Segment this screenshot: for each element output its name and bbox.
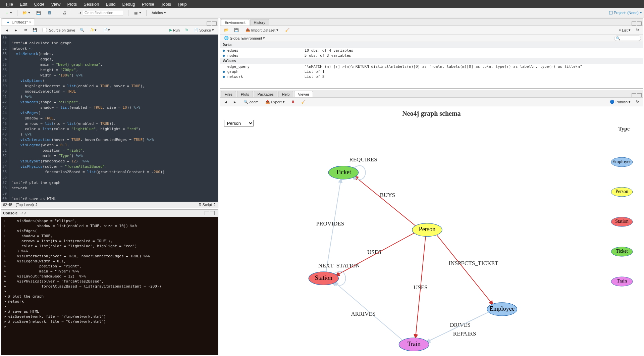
import-dataset-button[interactable]: 📥 Import Dataset ▾ xyxy=(244,27,280,33)
edge[interactable] xyxy=(426,311,490,342)
back-button[interactable]: ◄ xyxy=(3,28,11,33)
menu-file[interactable]: File xyxy=(3,1,16,7)
maximize-button[interactable] xyxy=(637,21,642,26)
minimize-button[interactable] xyxy=(205,211,209,215)
node-ticket[interactable]: Ticket xyxy=(328,166,358,179)
grid-button[interactable]: ▦▾ xyxy=(131,9,144,16)
clear-button[interactable]: 🧹 xyxy=(299,99,308,105)
minimize-button[interactable] xyxy=(632,21,636,26)
source-tabs: ● Untitled1* × xyxy=(1,18,218,26)
source-button[interactable]: 📄 Source ▾ xyxy=(192,27,216,33)
scope-selector[interactable]: 🌐 Global Environment ▾ xyxy=(222,35,267,41)
env-row[interactable]: ●networkList of 8 xyxy=(220,74,643,79)
edge-label: REQUIRES xyxy=(349,156,377,163)
env-row[interactable]: ●edges10 obs. of 4 variables xyxy=(220,48,643,53)
run-button[interactable]: ▶ Run xyxy=(167,27,182,33)
tab-environment[interactable]: Environment xyxy=(221,19,249,26)
menu-profile[interactable]: Profile xyxy=(139,1,158,7)
find-button[interactable]: 🔍 xyxy=(78,27,87,33)
menu-help[interactable]: Help xyxy=(174,1,190,7)
refresh-button[interactable]: ↻ xyxy=(634,99,641,105)
menu-edit[interactable]: Edit xyxy=(16,1,31,7)
menu-plots[interactable]: Plots xyxy=(64,1,80,7)
tab-help[interactable]: Help xyxy=(278,91,293,97)
save-button[interactable]: 💾 xyxy=(34,9,43,16)
env-row[interactable]: ●graphList of 1 xyxy=(220,69,643,74)
minimize-button[interactable] xyxy=(632,93,636,97)
env-row[interactable]: edge_query"\nMATCH (n)-[r]->(m)\nRETURN … xyxy=(220,64,643,69)
edge[interactable] xyxy=(354,176,416,226)
edge-label: NEXT_STATION xyxy=(318,262,360,269)
tab-viewer[interactable]: Viewer xyxy=(294,91,313,97)
node-person[interactable]: Person xyxy=(412,223,442,236)
maximize-button[interactable] xyxy=(210,211,215,215)
env-search-input[interactable] xyxy=(614,36,641,41)
view-toggle[interactable]: ≡ List ▾ xyxy=(616,27,633,33)
save-ws-button[interactable]: 💾 xyxy=(232,27,241,33)
export-button[interactable]: 📤 Export ▾ xyxy=(263,99,287,105)
menu-build[interactable]: Build xyxy=(103,1,119,7)
close-icon[interactable]: × xyxy=(29,20,31,24)
menu-view[interactable]: View xyxy=(48,1,64,7)
env-row[interactable]: ●nodes5 obs. of 3 variables xyxy=(220,53,643,58)
scope-selector[interactable]: (Top Level) ⇕ xyxy=(16,203,38,207)
source-on-save-checkbox[interactable] xyxy=(43,28,47,32)
lang-selector[interactable]: R Script ⇕ xyxy=(199,203,216,207)
wand-button[interactable]: ✨▾ xyxy=(88,27,99,33)
menu-debug[interactable]: Debug xyxy=(119,1,139,7)
global-toolbar: ＋▾ 📂▾ 💾 🗄 🖨 ➜ ▦▾ Addins ▾ Project: (None… xyxy=(0,8,644,17)
open-button[interactable]: 📂▾ xyxy=(20,9,33,16)
maximize-button[interactable] xyxy=(212,21,217,26)
tab-plots[interactable]: Plots xyxy=(237,91,253,97)
graph-canvas[interactable]: BUYSREQUIRESPROVIDESUSESNEXT_STATIONINSP… xyxy=(220,119,643,355)
node-station[interactable]: Station xyxy=(309,272,338,285)
environment-list: Data●edges10 obs. of 4 variables●nodes5 … xyxy=(220,42,643,88)
tab-files[interactable]: Files xyxy=(221,91,236,97)
menu-tools[interactable]: Tools xyxy=(158,1,174,7)
zoom-button[interactable]: 🔍 Zoom xyxy=(241,99,261,105)
edge[interactable] xyxy=(436,234,493,305)
rerun-button[interactable]: ↻ xyxy=(183,27,190,33)
svg-text:Employee: Employee xyxy=(612,159,632,164)
console-path-icon[interactable]: ⇗ xyxy=(23,211,26,215)
fwd-button[interactable]: ► xyxy=(12,28,20,33)
edge-label: INSPECTS_TICKET xyxy=(448,260,498,266)
clear-button[interactable]: 🧹 xyxy=(283,27,292,33)
print-button[interactable]: 🖨 xyxy=(60,9,69,16)
new-file-button[interactable]: ＋▾ xyxy=(2,9,14,16)
goto-input[interactable] xyxy=(83,10,123,15)
menu-session[interactable]: Session xyxy=(80,1,102,7)
node-employee[interactable]: Employee xyxy=(487,303,517,316)
node-select[interactable]: Person xyxy=(224,120,254,127)
menu-code[interactable]: Code xyxy=(31,1,48,7)
source-toolbar: ◄ ► ⧉ 💾 Source on Save 🔍 ✨▾ 📄▾ ▶ Run ↻ xyxy=(1,26,218,35)
save-src-button[interactable]: 💾 xyxy=(31,27,39,33)
node-train[interactable]: Train xyxy=(399,338,429,351)
goto-button[interactable]: ➜ xyxy=(75,9,125,16)
refresh-button[interactable]: ↻ xyxy=(634,27,641,33)
addins-button[interactable]: Addins ▾ xyxy=(149,9,168,16)
svg-text:Station: Station xyxy=(615,219,629,224)
edge-label: USES xyxy=(414,284,428,291)
source-tab[interactable]: ● Untitled1* × xyxy=(2,18,35,26)
save-all-button[interactable]: 🗄 xyxy=(45,9,54,16)
maximize-button[interactable] xyxy=(637,93,642,97)
remove-button[interactable]: ✖ xyxy=(289,99,297,105)
fwd-button[interactable]: ► xyxy=(231,99,239,105)
source-editor[interactable]: 3031323334353637383940414243444546474849… xyxy=(1,35,218,202)
back-button[interactable]: ◄ xyxy=(222,99,230,105)
edge-label: USES xyxy=(367,249,381,255)
tab-history[interactable]: History xyxy=(250,19,269,26)
edge-label: DRIVES xyxy=(450,322,471,328)
svg-text:Train: Train xyxy=(617,278,627,284)
load-ws-button[interactable]: 📂 xyxy=(222,27,231,33)
editor-status-bar: 62:45 (Top Level) ⇕ R Script ⇕ xyxy=(1,202,218,208)
publish-button[interactable]: 🔵 Publish ▾ xyxy=(608,99,633,105)
project-menu[interactable]: Project: (None) ▾ xyxy=(609,10,642,15)
console[interactable]: + visNodes(shape = "ellipse", + shadow =… xyxy=(1,217,218,355)
show-in-new-button[interactable]: ⧉ xyxy=(22,27,29,33)
tab-packages[interactable]: Packages xyxy=(254,91,277,97)
viewer-body[interactable]: Neo4j graph schema Person Type EmployeeP… xyxy=(220,106,643,355)
minimize-button[interactable] xyxy=(207,21,211,26)
compile-button[interactable]: 📄▾ xyxy=(101,27,112,33)
